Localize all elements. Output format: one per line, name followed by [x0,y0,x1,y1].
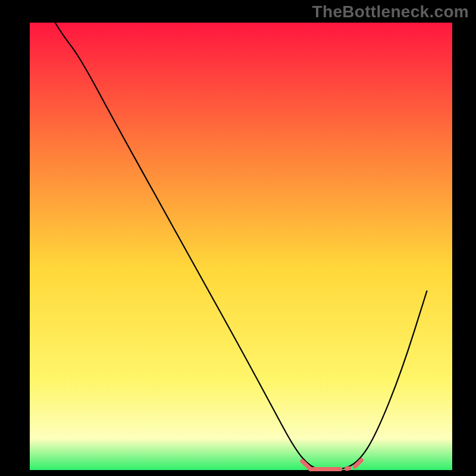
watermark-text: TheBottleneck.com [312,2,469,21]
valley-segment [347,468,349,469]
chart-frame: TheBottleneck.com [0,0,476,476]
bottleneck-chart [0,0,476,476]
